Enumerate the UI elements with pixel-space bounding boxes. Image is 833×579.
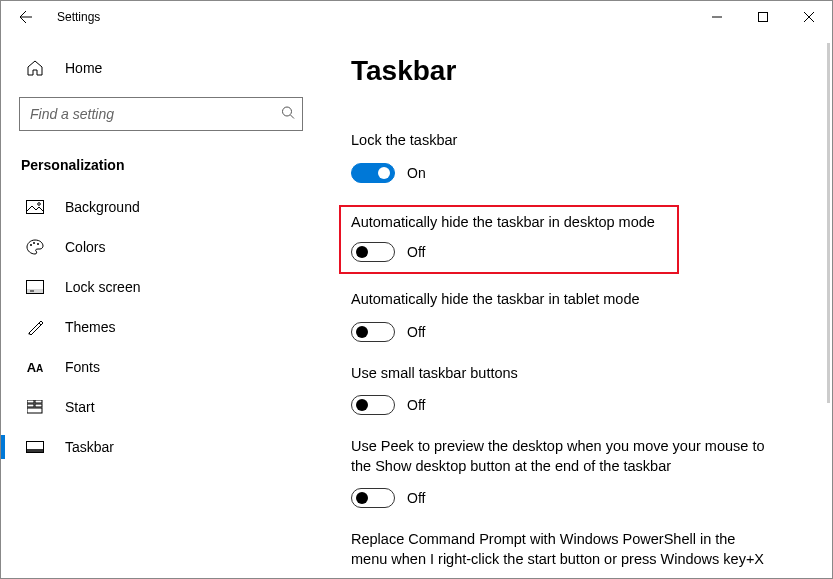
sidebar-item-start[interactable]: Start bbox=[1, 387, 321, 427]
maximize-button[interactable] bbox=[740, 1, 786, 33]
home-label: Home bbox=[65, 60, 102, 76]
setting-peek: Use Peek to preview the desktop when you… bbox=[351, 437, 771, 508]
sidebar-item-colors[interactable]: Colors bbox=[1, 227, 321, 267]
search-wrap bbox=[19, 97, 303, 131]
toggle-state: Off bbox=[407, 490, 425, 506]
main-pane: Taskbar Lock the taskbar On Automaticall… bbox=[321, 33, 832, 578]
setting-label: Automatically hide the taskbar in deskto… bbox=[351, 213, 667, 233]
svg-point-7 bbox=[38, 203, 41, 206]
toggle-lock-taskbar[interactable] bbox=[351, 163, 395, 183]
lockscreen-icon bbox=[25, 280, 45, 294]
arrow-left-icon bbox=[17, 9, 33, 25]
svg-point-4 bbox=[283, 107, 292, 116]
sidebar-item-background[interactable]: Background bbox=[1, 187, 321, 227]
scrollbar[interactable] bbox=[827, 43, 830, 403]
setting-label: Use Peek to preview the desktop when you… bbox=[351, 437, 771, 476]
nav-label: Themes bbox=[65, 319, 116, 335]
section-header: Personalization bbox=[1, 149, 321, 187]
sidebar-item-themes[interactable]: Themes bbox=[1, 307, 321, 347]
themes-icon bbox=[25, 319, 45, 335]
titlebar: Settings bbox=[1, 1, 832, 33]
sidebar: Home Personalization Background Colors L… bbox=[1, 33, 321, 578]
svg-rect-15 bbox=[35, 400, 42, 403]
svg-point-10 bbox=[37, 243, 39, 245]
sidebar-item-home[interactable]: Home bbox=[1, 49, 321, 87]
toggle-auto-hide-desktop[interactable] bbox=[351, 242, 395, 262]
svg-rect-20 bbox=[27, 449, 43, 452]
setting-label: Replace Command Prompt with Windows Powe… bbox=[351, 530, 771, 569]
start-icon bbox=[25, 400, 45, 414]
svg-rect-16 bbox=[27, 404, 34, 407]
sidebar-item-fonts[interactable]: AA Fonts bbox=[1, 347, 321, 387]
minimize-button[interactable] bbox=[694, 1, 740, 33]
window-controls bbox=[694, 1, 832, 33]
setting-label: Lock the taskbar bbox=[351, 131, 771, 151]
setting-lock-taskbar: Lock the taskbar On bbox=[351, 131, 771, 183]
svg-rect-18 bbox=[27, 408, 42, 413]
taskbar-icon bbox=[25, 441, 45, 453]
palette-icon bbox=[25, 239, 45, 255]
nav-label: Background bbox=[65, 199, 140, 215]
fonts-icon: AA bbox=[25, 360, 45, 375]
close-button[interactable] bbox=[786, 1, 832, 33]
back-button[interactable] bbox=[9, 1, 41, 33]
toggle-auto-hide-tablet[interactable] bbox=[351, 322, 395, 342]
sidebar-item-lock-screen[interactable]: Lock screen bbox=[1, 267, 321, 307]
toggle-state: On bbox=[407, 165, 426, 181]
svg-point-8 bbox=[30, 244, 32, 246]
svg-rect-12 bbox=[27, 289, 43, 293]
setting-label: Automatically hide the taskbar in tablet… bbox=[351, 290, 771, 310]
maximize-icon bbox=[758, 12, 768, 22]
toggle-state: Off bbox=[407, 324, 425, 340]
svg-rect-6 bbox=[27, 201, 44, 214]
nav-label: Fonts bbox=[65, 359, 100, 375]
svg-line-5 bbox=[291, 115, 295, 119]
home-icon bbox=[25, 59, 45, 77]
minimize-icon bbox=[712, 12, 722, 22]
svg-rect-14 bbox=[27, 400, 34, 403]
svg-rect-17 bbox=[35, 404, 42, 407]
nav-label: Start bbox=[65, 399, 95, 415]
highlight-auto-hide-desktop: Automatically hide the taskbar in deskto… bbox=[339, 205, 679, 275]
sidebar-item-taskbar[interactable]: Taskbar bbox=[1, 427, 321, 467]
app-title: Settings bbox=[57, 10, 100, 24]
search-input[interactable] bbox=[19, 97, 303, 131]
close-icon bbox=[804, 12, 814, 22]
toggle-state: Off bbox=[407, 244, 425, 260]
setting-small-buttons: Use small taskbar buttons Off bbox=[351, 364, 771, 416]
setting-powershell: Replace Command Prompt with Windows Powe… bbox=[351, 530, 771, 569]
toggle-peek[interactable] bbox=[351, 488, 395, 508]
svg-rect-1 bbox=[759, 13, 768, 22]
svg-point-9 bbox=[33, 242, 35, 244]
search-icon bbox=[281, 106, 295, 123]
toggle-state: Off bbox=[407, 397, 425, 413]
setting-label: Use small taskbar buttons bbox=[351, 364, 771, 384]
picture-icon bbox=[25, 200, 45, 214]
page-title: Taskbar bbox=[351, 55, 802, 87]
nav-label: Taskbar bbox=[65, 439, 114, 455]
setting-auto-hide-tablet: Automatically hide the taskbar in tablet… bbox=[351, 290, 771, 342]
nav-label: Colors bbox=[65, 239, 105, 255]
nav-label: Lock screen bbox=[65, 279, 140, 295]
toggle-small-buttons[interactable] bbox=[351, 395, 395, 415]
